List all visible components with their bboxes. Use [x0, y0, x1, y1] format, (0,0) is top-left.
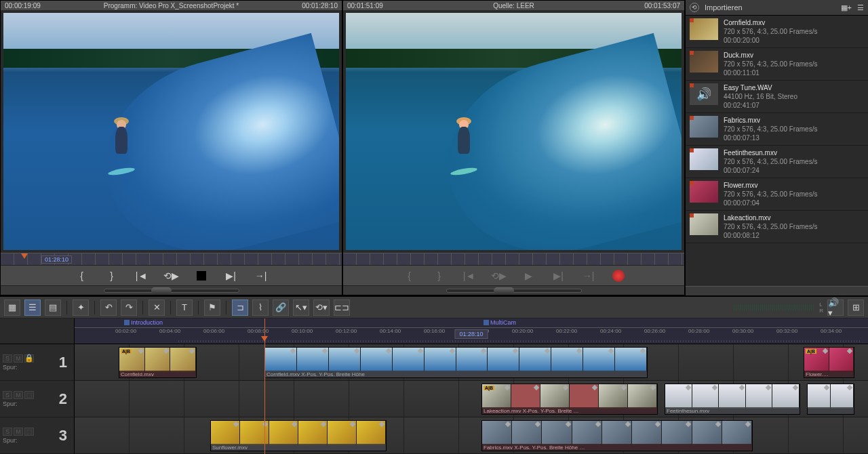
view-list-button[interactable]: ☰: [24, 300, 41, 316]
import-item[interactable]: Cornfield.mxv720 x 576, 4:3, 25.00 Frame…: [686, 16, 868, 48]
chain-button[interactable]: 🔗: [273, 300, 289, 316]
track-header-3[interactable]: SM⬚ Spur: 3: [0, 417, 74, 454]
clip-feetinthesun[interactable]: Feetinthesun.mxv: [665, 384, 800, 415]
clip-cornfield[interactable]: A|B Cornfield.mxv: [119, 347, 197, 378]
link-button[interactable]: ⌇: [252, 300, 269, 316]
playhead-indicator-icon[interactable]: [21, 253, 28, 259]
clip-thumbnail: [690, 116, 718, 138]
src-play-button[interactable]: ▶: [521, 268, 537, 284]
src-mark-out-button[interactable]: }: [431, 268, 448, 284]
program-tc-right: 00:01:28:10: [302, 2, 338, 9]
group-button[interactable]: ⊏⊐: [334, 300, 350, 316]
program-zoom-slider[interactable]: [104, 289, 239, 293]
src-goto-end-button[interactable]: ▶|: [551, 268, 567, 284]
stop-button[interactable]: [193, 268, 210, 284]
program-header: 00:00:19:09 Programm: Video Pro X_Screen…: [1, 1, 342, 10]
clip-sunflower[interactable]: Sunflower.mxv: [210, 420, 387, 451]
track-solo-button[interactable]: S: [3, 428, 12, 436]
import-item[interactable]: Flower.mxv720 x 576, 4:3, 25.00 Frames/s…: [686, 178, 868, 211]
timeline-tracks-area[interactable]: Introduction MultiCam 00:02:0000:04:0000…: [75, 318, 868, 454]
clip-flower[interactable]: A|B Flower.…: [804, 347, 854, 378]
src-mark-in-button[interactable]: {: [401, 268, 418, 284]
timeline: ▦ ☰ ▤ ✦ ↶ ↷ ✕ T ⚑ ⊐ ⌇ 🔗 ↖▾ ⟲▾ ⊏⊐ LR 🔊▾: [0, 295, 868, 454]
clip-label: Lakeaction.mxv X-Pos. Y-Pos. Breite …: [482, 407, 657, 414]
cursor-tool-button[interactable]: ↖▾: [293, 300, 309, 316]
source-zoom-slider[interactable]: [446, 289, 582, 293]
next-button[interactable]: →|: [253, 268, 269, 284]
redo-button[interactable]: ↷: [121, 300, 137, 316]
track-header-2[interactable]: SM⬚ Spur: 2: [0, 381, 74, 417]
track-mute-button[interactable]: M: [14, 391, 23, 399]
import-item[interactable]: 🔊Easy Tune.WAV44100 Hz, 16 Bit, Stereo00…: [686, 81, 868, 113]
track-2-lane[interactable]: A|B Lakeaction.mxv X-Pos. Y-Pos. Breite …: [75, 381, 868, 417]
clip-label: Sunflower.mxv: [211, 444, 386, 451]
import-item[interactable]: Lakeaction.mxv720 x 576, 4:3, 25.00 Fram…: [686, 211, 868, 243]
track-solo-button[interactable]: S: [3, 391, 12, 399]
source-tc-right: 00:01:53:07: [644, 2, 680, 9]
clip-lakeaction[interactable]: A|B Lakeaction.mxv X-Pos. Y-Pos. Breite …: [481, 384, 658, 415]
track-1-lane[interactable]: A|B Cornfield.mxv Cornfield.mxv X-Pos. Y…: [75, 344, 868, 381]
track-solo-button[interactable]: S: [3, 354, 12, 363]
delete-button[interactable]: ✕: [149, 300, 165, 316]
import-scrollbar[interactable]: [686, 286, 868, 295]
source-ruler[interactable]: [343, 253, 684, 265]
src-next-button[interactable]: →|: [580, 268, 597, 284]
program-position[interactable]: 01:28:10: [41, 255, 72, 264]
snap-button[interactable]: ⊐: [232, 300, 248, 316]
track-lock-button[interactable]: ⬚: [24, 428, 34, 436]
marker-row[interactable]: Introduction MultiCam: [75, 318, 868, 328]
clip-meta: 720 x 576, 4:3, 25.00 Frames/s: [724, 157, 817, 166]
add-import-icon[interactable]: ▦+: [841, 3, 852, 12]
goto-end-button[interactable]: ▶|: [223, 268, 239, 284]
view-grid-button[interactable]: ▦: [4, 300, 20, 316]
clip-name: Feetinthesun.mxv: [724, 148, 817, 157]
clip-thumbnail: [690, 51, 718, 73]
loop-play-button[interactable]: ⟲▶: [163, 268, 180, 284]
clip-name: Cornfield.mxv: [724, 18, 817, 27]
import-menu-icon[interactable]: ☰: [857, 3, 864, 12]
import-item[interactable]: Duck.mxv720 x 576, 4:3, 25.00 Frames/s00…: [686, 48, 868, 81]
program-tc-left: 00:00:19:09: [5, 2, 41, 9]
title-button[interactable]: T: [176, 300, 193, 316]
audio-thumbnail-icon: 🔊: [690, 83, 718, 105]
track-3-lane[interactable]: Sunflower.mxv Fabrics.mxv X-Pos. Y-Pos. …: [75, 417, 868, 454]
clip-track2-end[interactable]: [807, 384, 854, 415]
mark-out-button[interactable]: }: [104, 268, 120, 284]
mark-in-button[interactable]: {: [74, 268, 90, 284]
playhead-line[interactable]: [264, 318, 265, 454]
clip-fabrics[interactable]: Fabrics.mxv X-Pos. Y-Pos. Breite Höhe …: [481, 420, 753, 451]
program-viewport[interactable]: [3, 13, 339, 250]
track-header-1[interactable]: SM🔒 Spur: 1: [0, 344, 74, 381]
marker-multicam[interactable]: MultiCam: [481, 319, 518, 326]
goto-start-button[interactable]: |◄: [134, 268, 150, 284]
film-button[interactable]: ✦: [73, 300, 89, 316]
program-title: Programm: Video Pro X_ScreenshotProjekt …: [104, 2, 239, 9]
view-scene-button[interactable]: ▤: [45, 300, 61, 316]
clip-cornfield-fx[interactable]: Cornfield.mxv X-Pos. Y-Pos. Breite Höhe: [264, 347, 648, 378]
volume-button[interactable]: 🔊▾: [827, 300, 844, 316]
track-lock-button[interactable]: 🔒: [24, 354, 34, 363]
marker-intro[interactable]: Introduction: [122, 319, 165, 326]
program-ruler[interactable]: 01:28:10: [1, 253, 342, 265]
trim-tool-button[interactable]: ⟲▾: [313, 300, 330, 316]
source-tc-left: 00:01:51:09: [347, 2, 383, 9]
marker-button[interactable]: ⚑: [204, 300, 220, 316]
source-viewport[interactable]: [346, 13, 682, 250]
clip-label: Flower.…: [804, 371, 854, 377]
track-mute-button[interactable]: M: [14, 428, 23, 436]
src-loop-play-button[interactable]: ⟲▶: [491, 268, 507, 284]
import-list[interactable]: Cornfield.mxv720 x 576, 4:3, 25.00 Frame…: [686, 16, 868, 286]
timeline-position[interactable]: 01:28:10: [454, 329, 488, 339]
track-mute-button[interactable]: M: [14, 354, 23, 363]
mixer-button[interactable]: ⊞: [848, 300, 864, 316]
timecode-ruler[interactable]: 00:02:0000:04:0000:06:0000:08:0000:10:00…: [75, 328, 868, 344]
refresh-icon[interactable]: ⟲: [690, 3, 699, 12]
import-item[interactable]: Feetinthesun.mxv720 x 576, 4:3, 25.00 Fr…: [686, 146, 868, 178]
record-button[interactable]: [610, 268, 627, 284]
import-item[interactable]: Fabrics.mxv720 x 576, 4:3, 25.00 Frames/…: [686, 113, 868, 146]
src-goto-start-button[interactable]: |◄: [461, 268, 477, 284]
undo-button[interactable]: ↶: [100, 300, 117, 316]
track-lock-button[interactable]: ⬚: [24, 391, 34, 399]
clip-thumbnail: [690, 213, 718, 235]
clip-thumbnail: [690, 18, 718, 40]
